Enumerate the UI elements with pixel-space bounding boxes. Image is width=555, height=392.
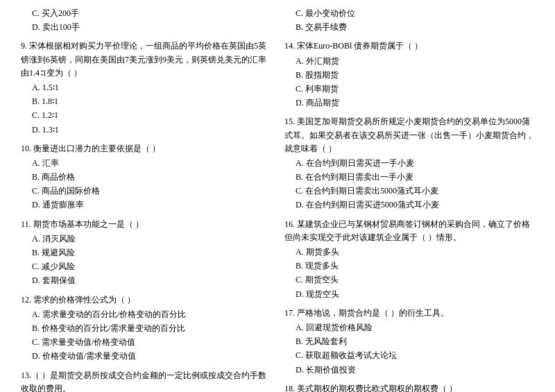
question-17: 17. 严格地说，期货合约是（ ）的衍生工具。 A. 回避现货价格风险 B. 无… [284, 307, 534, 377]
option-c-buy200: C. 买入200手 [21, 7, 271, 20]
q9-option-d: D. 1.3∶1 [21, 123, 271, 137]
q9-option-a: A. 1.5∶1 [21, 81, 271, 94]
question-continuation-left: C. 买入200手 D. 卖出100手 [21, 7, 271, 34]
q12-option-d: D. 价格变动值/需求量变动值 [21, 350, 271, 363]
right-column: C. 最小变动价位 B. 交易手续费 14. 宋体Euro-BOBl 债券期货属… [284, 7, 534, 392]
question-13-title: 13.（ ）是期货交易所按成交合约金额的一定比例或按成交合约手数收取的费用。 [21, 369, 271, 393]
q10-option-b: B. 商品价格 [21, 171, 271, 184]
question-13: 13.（ ）是期货交易所按成交合约金额的一定比例或按成交合约手数收取的费用。 A… [21, 369, 271, 393]
q11-option-d: D. 套期保值 [21, 274, 271, 287]
q15-option-a: A. 在合约到期日需买进一手小麦 [284, 157, 534, 170]
question-11: 11. 期货市场基本功能之一是（ ） A. 消灭风险 B. 规避风险 C. 减少… [21, 218, 271, 288]
question-14-title: 14. 宋体Euro-BOBl 债券期货属于（ ） [284, 40, 534, 53]
q14-option-d: D. 商品期货 [284, 96, 534, 110]
question-15-title: 15. 美国芝加哥期货交易所所规定小麦期货合约的交易单位为5000蒲式耳。如果交… [284, 115, 534, 155]
q17-option-c: C. 获取超额收益考试大论坛 [284, 349, 534, 362]
question-11-title: 11. 期货市场基本功能之一是（ ） [21, 218, 271, 231]
q17-option-b: B. 无风险套利 [284, 335, 534, 348]
question-9-title: 9. 宋体根据相对购买力平价理论，一组商品的平均价格在英国由5英镑涨到6英镑，同… [21, 40, 271, 80]
left-column: C. 买入200手 D. 卖出100手 9. 宋体根据相对购买力平价理论，一组商… [21, 7, 271, 392]
q15-option-b: B. 在合约到期日需卖出一手小麦 [284, 171, 534, 184]
q14-option-b: B. 股指期货 [284, 69, 534, 82]
option-c-minprice: C. 最小变动价位 [284, 7, 534, 20]
option-d-sell100: D. 卖出100手 [21, 21, 271, 34]
q12-option-c: C. 需求量变动值/价格变动值 [21, 336, 271, 349]
question-15: 15. 美国芝加哥期货交易所所规定小麦期货合约的交易单位为5000蒲式耳。如果交… [284, 115, 534, 212]
q17-option-d: D. 长期价值投资 [284, 364, 534, 377]
q15-option-d: D. 在合约到期日需买进5000蒲式耳小麦 [284, 198, 534, 212]
q14-option-c: C. 利率期货 [284, 83, 534, 96]
q16-option-b: B. 现货多头 [284, 259, 534, 273]
question-18: 18. 美式期权的期权费比欧式期权的期权费（ ） A. 低 [284, 382, 534, 392]
question-12: 12. 需求的价格弹性公式为（ ） A. 需求量变动的百分比/价格变动的百分比 … [21, 293, 271, 364]
q10-option-c: C. 商品的国际价格 [21, 185, 271, 198]
q16-option-c: C. 期货空头 [284, 273, 534, 287]
question-continuation-right: C. 最小变动价位 B. 交易手续费 [284, 7, 534, 34]
q9-option-c: C. 1.2∶1 [21, 109, 271, 122]
q10-option-d: D. 通货膨胀率 [21, 198, 271, 212]
option-b-fee: B. 交易手续费 [284, 21, 534, 34]
q12-option-b: B. 价格变动的百分比/需求量变动的百分比 [21, 322, 271, 335]
question-10: 10. 衡量进出口潜力的主要依据是（ ） A. 汇率 B. 商品价格 C. 商品… [21, 142, 271, 212]
question-16-title: 16. 某建筑企业已与某钢材贸易商签订钢材的采购合同，确立了价格但尚未实现交于此… [284, 218, 534, 244]
q11-option-a: A. 消灭风险 [21, 232, 271, 246]
question-18-title: 18. 美式期权的期权费比欧式期权的期权费（ ） [284, 382, 534, 392]
q14-option-a: A. 外汇期货 [284, 55, 534, 68]
question-17-title: 17. 严格地说，期货合约是（ ）的衍生工具。 [284, 307, 534, 320]
q17-option-a: A. 回避现货价格风险 [284, 321, 534, 334]
question-12-title: 12. 需求的价格弹性公式为（ ） [21, 293, 271, 307]
question-10-title: 10. 衡量进出口潜力的主要依据是（ ） [21, 142, 271, 155]
q9-option-b: B. 1.8∶1 [21, 95, 271, 108]
question-14: 14. 宋体Euro-BOBl 债券期货属于（ ） A. 外汇期货 B. 股指期… [284, 40, 534, 110]
question-16: 16. 某建筑企业已与某钢材贸易商签订钢材的采购合同，确立了价格但尚未实现交于此… [284, 218, 534, 301]
q12-option-a: A. 需求量变动的百分比/价格变动的百分比 [21, 308, 271, 321]
q16-option-a: A. 期货多头 [284, 246, 534, 259]
page-content: C. 买入200手 D. 卖出100手 9. 宋体根据相对购买力平价理论，一组商… [21, 7, 534, 392]
q15-option-c: C. 在合约到期日需卖出5000蒲式耳小麦 [284, 185, 534, 198]
q10-option-a: A. 汇率 [21, 157, 271, 170]
question-9: 9. 宋体根据相对购买力平价理论，一组商品的平均价格在英国由5英镑涨到6英镑，同… [21, 40, 271, 136]
q11-option-c: C. 减少风险 [21, 260, 271, 273]
q16-option-d: D. 现货空头 [284, 288, 534, 301]
q11-option-b: B. 规避风险 [21, 246, 271, 259]
